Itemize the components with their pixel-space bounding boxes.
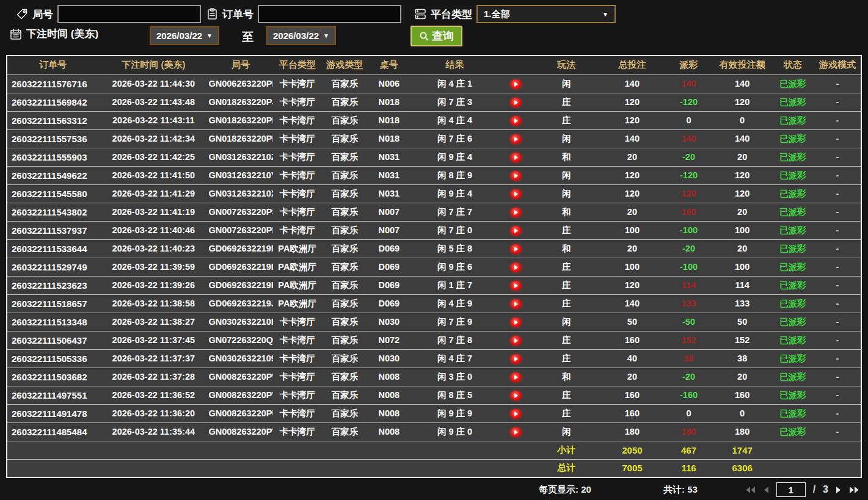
col-order-no: 订单号 — [7, 56, 98, 74]
replay-play-icon[interactable] — [510, 299, 522, 309]
cell-bet-time: 2026-03-22 11:37:28 — [98, 368, 208, 386]
replay-play-icon[interactable] — [510, 354, 522, 364]
cell-play — [499, 184, 533, 203]
cell-play — [499, 386, 533, 404]
order-no-input[interactable] — [258, 5, 401, 23]
platform-type-select[interactable]: 1.全部 ▼ — [476, 5, 616, 23]
col-game-mode: 游戏模式 — [814, 56, 861, 74]
replay-play-icon[interactable] — [510, 153, 522, 162]
table-row: 2603221115767162026-03-22 11:44:30GN0062… — [7, 74, 861, 93]
replay-play-icon[interactable] — [510, 409, 522, 419]
cell-platform: 卡卡湾厅 — [273, 203, 322, 221]
replay-play-icon[interactable] — [510, 336, 522, 346]
cell-bet-time: 2026-03-22 11:43:48 — [98, 93, 208, 111]
cell-order-no: 260322111497551 — [7, 386, 98, 404]
cell-valid-bet: 50 — [713, 313, 771, 331]
cell-game-type: 百家乐 — [322, 74, 368, 93]
table-row: 2603221115575362026-03-22 11:42:34GN0182… — [7, 129, 861, 148]
replay-play-icon[interactable] — [510, 244, 522, 254]
last-page-button[interactable] — [849, 486, 859, 494]
cell-game-type: 百家乐 — [322, 386, 368, 404]
cell-bet-type: 和 — [533, 368, 600, 386]
replay-play-icon[interactable] — [510, 281, 522, 291]
cell-game-no: GN018263220PJ — [208, 93, 272, 111]
cell-bet-time: 2026-03-22 11:40:46 — [98, 221, 208, 239]
prev-page-button[interactable] — [763, 486, 769, 494]
cell-total-bet: 120 — [600, 93, 664, 111]
page-input[interactable] — [776, 482, 806, 497]
cell-platform: 卡卡湾厅 — [273, 422, 322, 441]
replay-play-icon[interactable] — [510, 189, 522, 199]
cell-game-type: 百家乐 — [322, 331, 368, 349]
col-replay — [499, 56, 533, 74]
table-row: 2603221115698422026-03-22 11:43:48GN0182… — [7, 93, 861, 111]
cell-status: 已派彩 — [771, 239, 814, 258]
cell-order-no: 260322111537937 — [7, 221, 98, 239]
cell-platform: 卡卡湾厅 — [273, 111, 322, 129]
table-body: 2603221115767162026-03-22 11:44:30GN0062… — [7, 74, 861, 441]
cell-payout: -20 — [664, 239, 713, 258]
cell-game-no: GN018263220PH — [208, 129, 272, 148]
replay-play-icon[interactable] — [510, 98, 522, 107]
cell-play — [499, 313, 533, 331]
next-page-button[interactable] — [836, 486, 842, 494]
replay-play-icon[interactable] — [510, 427, 522, 437]
cell-payout: 38 — [664, 349, 713, 368]
cell-order-no: 260322111518657 — [7, 294, 98, 313]
cell-total-bet: 20 — [600, 368, 664, 386]
table-row: 2603221115496222026-03-22 11:41:50GN0312… — [7, 166, 861, 184]
cell-status: 已派彩 — [771, 221, 814, 239]
cell-platform: 卡卡湾厅 — [273, 166, 322, 184]
replay-play-icon[interactable] — [510, 208, 522, 217]
cell-game-type: 百家乐 — [322, 129, 368, 148]
replay-play-icon[interactable] — [510, 134, 522, 144]
replay-play-icon[interactable] — [510, 79, 522, 89]
cell-game-type: 百家乐 — [322, 404, 368, 422]
cell-table-no: D069 — [368, 239, 410, 258]
chevron-down-icon: ▼ — [602, 11, 608, 18]
cell-table-no: N018 — [368, 129, 410, 148]
page-separator: / — [813, 484, 815, 495]
cell-game-no: GN072263220QZ — [208, 331, 272, 349]
replay-play-icon[interactable] — [510, 317, 522, 327]
cell-valid-bet: 120 — [713, 166, 771, 184]
cell-mode: - — [814, 368, 861, 386]
cell-result: 闲 8 庄 5 — [410, 386, 499, 404]
cell-mode: - — [814, 349, 861, 368]
replay-play-icon[interactable] — [510, 372, 522, 382]
cell-valid-bet: 152 — [713, 331, 771, 349]
cell-mode: - — [814, 258, 861, 276]
cell-result: 闲 4 庄 4 — [410, 111, 499, 129]
cell-platform: PA欧洲厅 — [273, 239, 322, 258]
cell-payout: 160 — [664, 203, 713, 221]
cell-payout: -100 — [664, 221, 713, 239]
cell-total-bet: 180 — [600, 422, 664, 441]
cell-game-no: GD0692632219K — [208, 276, 272, 294]
replay-play-icon[interactable] — [510, 263, 522, 272]
cell-game-no: GN008263220PV — [208, 386, 272, 404]
cell-order-no: 260322111505336 — [7, 349, 98, 368]
cell-valid-bet: 0 — [713, 111, 771, 129]
cell-result: 闲 9 庄 4 — [410, 148, 499, 166]
game-no-input[interactable] — [57, 5, 201, 23]
date-from-select[interactable]: 2026/03/22 ▼ — [150, 26, 219, 45]
cell-status: 已派彩 — [771, 422, 814, 441]
cell-bet-time: 2026-03-22 11:41:50 — [98, 166, 208, 184]
cell-order-no: 260322111555903 — [7, 148, 98, 166]
date-to-select[interactable]: 2026/03/22 ▼ — [266, 26, 336, 45]
cell-platform: 卡卡湾厅 — [273, 368, 322, 386]
cell-bet-type: 和 — [533, 148, 600, 166]
cell-payout: -160 — [664, 386, 713, 404]
cell-total-bet: 40 — [600, 349, 664, 368]
cell-bet-type: 庄 — [533, 276, 600, 294]
per-page-text: 每页显示: 20 — [539, 484, 591, 496]
first-page-button[interactable] — [745, 486, 756, 494]
query-button[interactable]: 查询 — [410, 26, 462, 46]
replay-play-icon[interactable] — [510, 391, 522, 400]
replay-play-icon[interactable] — [510, 116, 522, 126]
cell-mode: - — [814, 184, 861, 203]
replay-play-icon[interactable] — [510, 171, 522, 181]
search-icon — [419, 31, 429, 42]
replay-play-icon[interactable] — [510, 226, 522, 236]
cell-play — [499, 148, 533, 166]
